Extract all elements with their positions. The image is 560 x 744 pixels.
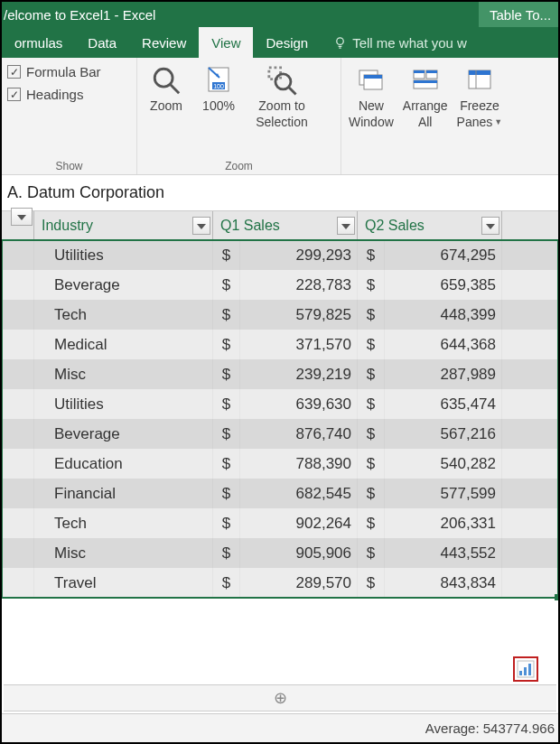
cell-industry[interactable]: Tech [34, 508, 213, 538]
tab-formulas[interactable]: ormulas [2, 27, 75, 58]
expand-filter-button[interactable] [11, 208, 33, 226]
svg-point-0 [337, 37, 344, 44]
table-row[interactable]: Travel$289,570$843,834 [2, 568, 558, 598]
magnifier-selection-icon [266, 64, 298, 97]
cell-q2[interactable]: 674,295 [385, 240, 502, 270]
row-handle [2, 508, 34, 538]
table-row[interactable]: Beverage$228,783$659,385 [2, 270, 558, 300]
table-row[interactable]: Utilities$639,630$635,474 [2, 389, 558, 419]
freeze-panes-button[interactable]: Freeze Panes ▼ [453, 62, 507, 131]
quick-analysis-button[interactable] [513, 656, 538, 682]
formula-bar-checkbox[interactable]: ✓ Formula Bar [5, 60, 133, 83]
cell-q2[interactable]: 644,368 [385, 330, 502, 359]
cell-q2[interactable]: 843,834 [385, 568, 502, 598]
tab-view[interactable]: View [199, 27, 253, 58]
table-row[interactable]: Education$788,390$540,282 [2, 449, 558, 479]
svg-line-9 [288, 87, 296, 94]
filter-button-industry[interactable] [192, 217, 210, 235]
cell-industry[interactable]: Utilities [34, 240, 213, 270]
spreadsheet-grid[interactable]: Industry Q1 Sales Q2 Sales Utilities$299… [2, 211, 558, 598]
cell-q1[interactable]: 788,390 [240, 449, 358, 479]
table-row[interactable]: Tech$579,825$448,399 [2, 300, 558, 330]
tab-data[interactable]: Data [75, 27, 129, 58]
table-row[interactable]: Utilities$299,293$674,295 [2, 240, 558, 270]
column-header-industry[interactable]: Industry [34, 211, 213, 239]
tab-review[interactable]: Review [129, 27, 199, 58]
ribbon-group-show: ✓ Formula Bar ✓ Headings Show [2, 58, 137, 174]
cell-industry[interactable]: Misc [34, 538, 213, 568]
cell-q1[interactable]: 228,783 [240, 270, 358, 300]
cell-currency: $ [213, 389, 240, 419]
table-body: Utilities$299,293$674,295Beverage$228,78… [2, 240, 558, 598]
check-icon: ✓ [7, 88, 21, 101]
cell-q1[interactable]: 299,293 [240, 240, 358, 270]
cell-q2[interactable]: 287,989 [385, 359, 502, 389]
svg-rect-14 [414, 70, 425, 73]
ribbon-group-window: New Window Arrange All Freeze Panes [341, 58, 549, 174]
cell-q1[interactable]: 876,740 [240, 419, 358, 449]
add-sheet-button[interactable]: ⊕ [269, 687, 291, 709]
cell-industry[interactable]: Misc [34, 359, 213, 389]
zoom-100-button[interactable]: 100 100% [193, 62, 244, 131]
cell-currency: $ [213, 270, 240, 300]
cell-q2[interactable]: 659,385 [385, 270, 502, 300]
cell-currency: $ [358, 538, 385, 568]
cell-currency: $ [358, 270, 385, 300]
table-row[interactable]: Beverage$876,740$567,216 [2, 419, 558, 449]
cell-q2[interactable]: 567,216 [385, 419, 502, 449]
cell-q1[interactable]: 579,825 [240, 300, 358, 330]
cell-q2[interactable]: 448,399 [385, 300, 502, 330]
cell-q1[interactable]: 371,570 [240, 330, 358, 359]
filter-button-q1[interactable] [337, 217, 355, 235]
zoom-to-selection-button[interactable]: Zoom to Selection [246, 62, 318, 131]
cell-currency: $ [213, 359, 240, 389]
svg-rect-16 [426, 70, 437, 73]
cell-currency: $ [213, 449, 240, 479]
new-window-button[interactable]: New Window [345, 62, 397, 131]
cell-q1[interactable]: 682,545 [240, 479, 358, 508]
magnifier-icon [150, 64, 182, 97]
cell-industry[interactable]: Utilities [34, 389, 213, 419]
tab-design[interactable]: Design [253, 27, 321, 58]
tell-me-search[interactable]: Tell me what you w [321, 27, 467, 58]
cell-q2[interactable]: 206,331 [385, 508, 502, 538]
svg-rect-20 [469, 70, 490, 75]
table-row[interactable]: Medical$371,570$644,368 [2, 330, 558, 359]
cell-industry[interactable]: Medical [34, 330, 213, 359]
cell-industry[interactable]: Beverage [34, 419, 213, 449]
column-header-q2[interactable]: Q2 Sales [358, 211, 502, 239]
cell-currency: $ [213, 538, 240, 568]
cell-q2[interactable]: 540,282 [385, 449, 502, 479]
cell-industry[interactable]: Beverage [34, 270, 213, 300]
cell-q1[interactable]: 639,630 [240, 389, 358, 419]
fill-handle[interactable] [555, 594, 560, 600]
table-row[interactable]: Misc$905,906$443,552 [2, 538, 558, 568]
cell-q2[interactable]: 443,552 [385, 538, 502, 568]
arrange-all-button[interactable]: Arrange All [399, 62, 452, 131]
cell-q1[interactable]: 902,264 [240, 508, 358, 538]
quick-analysis-icon [517, 660, 535, 678]
column-header-q1[interactable]: Q1 Sales [213, 211, 358, 239]
cell-q1[interactable]: 289,570 [240, 568, 358, 598]
row-header-handle[interactable] [2, 211, 34, 239]
cell-industry[interactable]: Travel [34, 568, 213, 598]
cell-industry[interactable]: Education [34, 449, 213, 479]
cell-q1[interactable]: 905,906 [240, 538, 358, 568]
table-row[interactable]: Misc$239,219$287,989 [2, 359, 558, 389]
cell-industry[interactable]: Tech [34, 300, 213, 330]
cell-currency: $ [213, 568, 240, 598]
cell-currency: $ [213, 300, 240, 330]
table-row[interactable]: Financial$682,545$577,599 [2, 479, 558, 508]
cell-q1[interactable]: 239,219 [240, 359, 358, 389]
filter-button-q2[interactable] [481, 217, 499, 235]
cell-industry[interactable]: Financial [34, 479, 213, 508]
zoom-button[interactable]: Zoom [141, 62, 191, 131]
cell-q2[interactable]: 635,474 [385, 389, 502, 419]
headings-checkbox[interactable]: ✓ Headings [5, 83, 133, 106]
formula-bar[interactable]: A. Datum Corporation [2, 175, 558, 211]
table-row[interactable]: Tech$902,264$206,331 [2, 508, 558, 538]
cell-currency: $ [358, 330, 385, 359]
cell-q2[interactable]: 577,599 [385, 479, 502, 508]
svg-marker-24 [341, 224, 350, 229]
cell-currency: $ [213, 330, 240, 359]
